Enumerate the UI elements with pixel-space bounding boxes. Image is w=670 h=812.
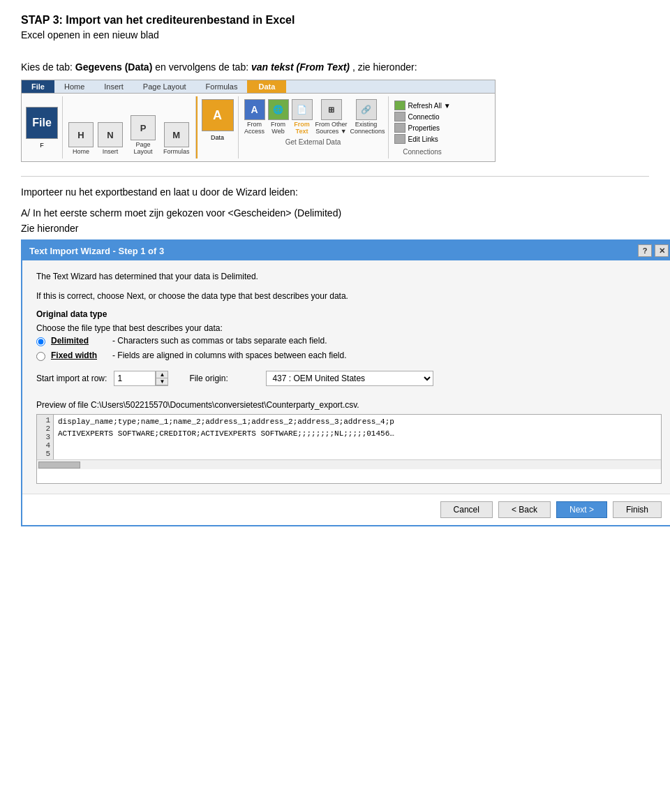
from-text-icon: 📄: [292, 99, 313, 120]
spin-up[interactable]: ▲: [156, 371, 168, 378]
formulas-icon-group[interactable]: M Formulas: [163, 122, 190, 156]
properties-icon: [394, 123, 405, 133]
spin-buttons: ▲ ▼: [156, 371, 168, 386]
radio-fixedwidth-row: Fixed width - Fields are aligned in colu…: [36, 350, 662, 361]
ribbon-tab-insert[interactable]: Insert: [94, 80, 133, 93]
existing-connections-group[interactable]: 🔗 ExistingConnections: [350, 99, 382, 135]
refresh-all-item[interactable]: Refresh All ▼: [394, 101, 451, 110]
wizard-dialog: Text Import Wizard - Step 1 of 3 ? ✕ The…: [21, 239, 670, 526]
ribbon-section-get-external: A FromAccess 🌐 FromWeb 📄 FromText: [239, 96, 389, 158]
wizard-titlebar: Text Import Wizard - Step 1 of 3 ? ✕: [22, 241, 670, 260]
from-web-icon: 🌐: [268, 99, 289, 120]
divider1: [21, 176, 649, 177]
line-num-1: 1: [40, 416, 50, 425]
ribbon-body: File F H Home N Insert P Page Layout: [22, 94, 495, 161]
line-num-4: 4: [40, 441, 50, 450]
properties-item[interactable]: Properties: [394, 123, 451, 133]
ribbon-tab-pagelayout[interactable]: Page Layout: [133, 80, 196, 93]
line-num-2: 2: [40, 425, 50, 433]
preview-line-container: 1 2 3 4 5 display_name;type;name_1;name_…: [37, 415, 661, 459]
fixed-width-desc: - Fields are aligned in columns with spa…: [112, 350, 347, 360]
delimited-desc: - Characters such as commas or tabs sepa…: [112, 336, 327, 346]
horizontal-scrollbar[interactable]: [37, 459, 661, 469]
data-icon[interactable]: A: [202, 99, 234, 131]
line-num-3: 3: [40, 433, 50, 441]
file-origin-select[interactable]: 437 : OEM United States: [266, 371, 433, 386]
from-access-label: FromAccess: [244, 121, 265, 135]
connections-label: Connectio: [408, 113, 440, 121]
wizard-title: Text Import Wizard - Step 1 of 3: [29, 246, 164, 256]
radio-fixed-width[interactable]: [36, 352, 45, 361]
from-access-icon: A: [244, 99, 265, 120]
connections-items: Refresh All ▼ Connectio Properties Edit …: [394, 99, 451, 145]
home-label: Home: [73, 149, 89, 156]
delimited-label: Delimited: [51, 336, 107, 346]
ribbon-section-data: A Data: [196, 96, 239, 158]
connections-title: Connections: [403, 148, 442, 156]
section2a-text: A/ In het eerste scherm moet zijn gekoze…: [21, 207, 649, 219]
intro-text: Kies de tab: Gegevens (Data) en vervolge…: [21, 61, 649, 73]
file-origin-label: File origin:: [189, 374, 259, 383]
insert-label: Insert: [103, 149, 119, 156]
file-icon[interactable]: File: [26, 107, 58, 139]
wizard-body: The Text Wizard has determined that your…: [22, 260, 670, 494]
existing-connections-icon: 🔗: [356, 99, 377, 120]
from-web-group[interactable]: 🌐 FromWeb: [268, 99, 289, 135]
from-access-group[interactable]: A FromAccess: [244, 99, 265, 135]
from-other-label: From OtherSources ▼: [315, 121, 348, 135]
from-web-label: FromWeb: [271, 121, 285, 135]
start-row-input[interactable]: [114, 371, 156, 386]
back-button[interactable]: < Back: [498, 501, 551, 518]
ribbon-tab-data[interactable]: Data: [247, 80, 286, 93]
cancel-button[interactable]: Cancel: [440, 501, 493, 518]
insert-icon-group[interactable]: N Insert: [98, 122, 123, 156]
pagelayout-label: Page Layout: [127, 142, 159, 156]
close-button[interactable]: ✕: [655, 244, 669, 257]
excel-ribbon: File Home Insert Page Layout Formulas Da…: [21, 80, 496, 162]
edit-links-label: Edit Links: [408, 135, 438, 143]
ribbon-section-nav-icons: H Home N Insert P Page Layout M Formulas: [63, 96, 196, 158]
home-icon-group[interactable]: H Home: [68, 122, 94, 156]
ribbon-tab-home[interactable]: Home: [54, 80, 94, 93]
pagelayout-icon-group[interactable]: P Page Layout: [127, 115, 159, 156]
ribbon-tab-file[interactable]: File: [22, 80, 54, 93]
scroll-thumb[interactable]: [38, 462, 80, 468]
formulas-label: Formulas: [163, 149, 190, 156]
ribbon-tab-formulas[interactable]: Formulas: [196, 80, 248, 93]
next-button[interactable]: Next >: [556, 501, 607, 518]
existing-connections-label: ExistingConnections: [350, 121, 382, 135]
edit-links-item[interactable]: Edit Links: [394, 134, 451, 144]
preview-lines: display_name;type;name_1;name_2;address_…: [54, 415, 661, 459]
start-row-label: Start import at row:: [36, 374, 107, 383]
from-text-group[interactable]: 📄 FromText: [292, 99, 313, 135]
wizard-footer: Cancel < Back Next > Finish: [22, 494, 670, 525]
radio-delimited-row: Delimited - Characters such as commas or…: [36, 336, 662, 346]
line-num-5: 5: [40, 450, 50, 458]
preview-line-numbers: 1 2 3 4 5: [37, 415, 54, 459]
edit-links-icon: [394, 134, 405, 144]
wizard-desc-line1: The Text Wizard has determined that your…: [36, 270, 662, 283]
page-subheading: Excel openen in een nieuw blad: [21, 29, 649, 40]
radio-delimited[interactable]: [36, 337, 45, 346]
start-row-row: Start import at row: ▲ ▼ File origin: 43…: [36, 371, 662, 386]
refresh-all-label: Refresh All ▼: [408, 102, 451, 110]
wizard-desc-line2: If this is correct, choose Next, or choo…: [36, 290, 662, 302]
from-other-group[interactable]: ⊞ From OtherSources ▼: [315, 99, 348, 135]
external-icons: A FromAccess 🌐 FromWeb 📄 FromText: [244, 99, 382, 135]
preview-line-1: display_name;type;name_1;name_2;address_…: [58, 416, 657, 428]
refresh-icon: [394, 101, 405, 110]
fixed-width-label: Fixed width: [51, 350, 107, 360]
formulas-icon: M: [164, 122, 189, 147]
connections-item[interactable]: Connectio: [394, 112, 451, 121]
connections-icon: [394, 112, 405, 121]
ribbon-section-connections: Refresh All ▼ Connectio Properties Edit …: [389, 96, 456, 158]
help-button[interactable]: ?: [638, 244, 652, 257]
spin-down[interactable]: ▼: [156, 378, 168, 385]
section2b-text: Zie hieronder: [21, 223, 649, 234]
preview-label: Preview of file C:\Users\502215570\Docum…: [36, 400, 662, 410]
get-external-title: Get External Data: [285, 138, 341, 146]
wizard-option-label: Choose the file type that best describes…: [36, 323, 662, 333]
home-icon: H: [68, 122, 94, 147]
titlebar-buttons: ? ✕: [638, 244, 669, 257]
finish-button[interactable]: Finish: [613, 501, 662, 518]
